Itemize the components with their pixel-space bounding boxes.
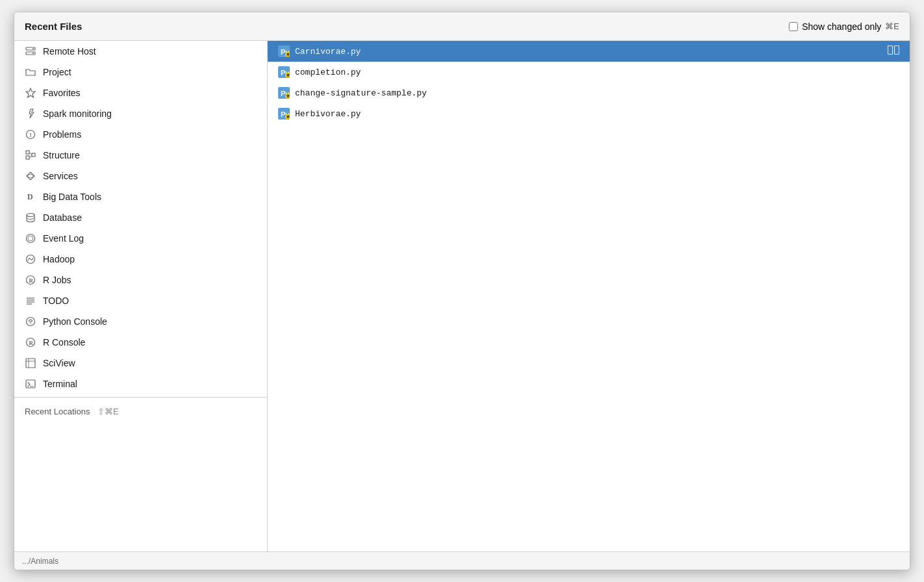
terminal-icon (25, 378, 36, 390)
sidebar-item-services[interactable]: Services (14, 166, 267, 186)
sidebar-item-sciview-label: SciView (43, 358, 75, 368)
svg-text:R: R (29, 277, 34, 284)
recent-files-window: Recent Files Show changed only ⌘E (14, 12, 910, 570)
svg-point-17 (28, 236, 33, 241)
rconsole-icon: R (25, 336, 36, 348)
sidebar-item-remote-host-label: Remote Host (43, 46, 96, 57)
sidebar-item-r-jobs-label: R Jobs (43, 275, 71, 285)
python-console-icon (25, 316, 36, 327)
file-item-completion-name: completion.py (295, 68, 361, 77)
server-icon (25, 45, 36, 57)
python-file-icon-2: Py ★ (278, 66, 290, 78)
sidebar-item-hadoop-label: Hadoop (43, 254, 75, 264)
sidebar-item-problems[interactable]: ! Problems (14, 124, 267, 145)
svg-text:★: ★ (286, 114, 290, 119)
svg-point-16 (27, 234, 35, 243)
sidebar-item-project-label: Project (43, 67, 71, 77)
sidebar-item-python-console[interactable]: Python Console (14, 311, 267, 332)
eventlog-icon (25, 233, 36, 244)
svg-text:★: ★ (286, 94, 290, 98)
svg-text:★: ★ (286, 52, 290, 57)
database-icon (25, 212, 36, 223)
services-icon (25, 170, 36, 182)
svg-rect-9 (32, 153, 35, 157)
sidebar-item-r-jobs[interactable]: R R Jobs (14, 270, 267, 290)
sidebar-item-hadoop[interactable]: Hadoop (14, 249, 267, 270)
sidebar-item-project[interactable]: Project (14, 62, 267, 82)
star-icon (25, 87, 36, 99)
svg-rect-38 (888, 46, 893, 55)
sciview-icon (25, 357, 36, 369)
svg-rect-8 (26, 156, 29, 159)
svg-point-26 (30, 323, 31, 324)
sidebar-item-todo[interactable]: TODO (14, 290, 267, 311)
file-item-change-signature[interactable]: Py ★ change-signature-sample.py (268, 82, 910, 103)
file-item-carnivorae-name: Carnivorae.py (295, 47, 361, 57)
status-bar-path: .../Animals (22, 557, 58, 566)
sidebar-item-big-data-tools-label: Big Data Tools (43, 192, 101, 202)
python-file-icon-4: Py ★ (278, 108, 290, 120)
show-changed-checkbox[interactable] (789, 22, 798, 31)
file-list: Py ★ Carnivorae.py (268, 41, 910, 551)
sidebar-item-services-label: Services (43, 171, 78, 181)
sidebar-item-spark-monitoring-label: Spark monitoring (43, 108, 112, 119)
content-area: Remote Host Project Favorites (14, 41, 910, 551)
svg-point-2 (32, 48, 34, 49)
sidebar-item-structure[interactable]: Structure (14, 145, 267, 166)
sidebar-item-spark-monitoring[interactable]: Spark monitoring (14, 103, 267, 124)
sidebar-item-event-log[interactable]: Event Log (14, 228, 267, 249)
sidebar-item-database[interactable]: Database (14, 207, 267, 228)
split-view-icon[interactable] (888, 45, 899, 57)
svg-text:R: R (29, 340, 34, 346)
svg-text:★: ★ (286, 73, 290, 77)
sidebar-item-todo-label: TODO (43, 296, 69, 306)
hadoop-icon (25, 253, 36, 265)
show-changed-label[interactable]: Show changed only ⌘E (789, 21, 899, 32)
file-item-change-signature-name: change-signature-sample.py (295, 88, 427, 98)
sidebar-recent-locations-label: Recent Locations (25, 407, 90, 416)
svg-rect-7 (26, 151, 29, 154)
spark-icon (25, 108, 36, 120)
bigdata-icon: D (25, 191, 36, 203)
sidebar-item-r-console[interactable]: R R Console (14, 332, 267, 353)
sidebar: Remote Host Project Favorites (14, 41, 268, 551)
title-bar-right: Show changed only ⌘E (789, 21, 899, 32)
sidebar-divider (14, 397, 267, 398)
sidebar-item-problems-label: Problems (43, 129, 81, 140)
sidebar-recent-locations[interactable]: Recent Locations ⇧⌘E (14, 400, 267, 423)
sidebar-item-terminal-label: Terminal (43, 379, 77, 389)
svg-marker-4 (26, 88, 35, 97)
status-bar: .../Animals (14, 551, 910, 570)
sidebar-item-structure-label: Structure (43, 150, 80, 160)
svg-point-15 (27, 214, 34, 217)
svg-rect-39 (895, 46, 899, 55)
sidebar-item-favorites[interactable]: Favorites (14, 82, 267, 103)
file-item-completion[interactable]: Py ★ completion.py (268, 62, 910, 82)
folder-icon (25, 66, 36, 78)
sidebar-recent-locations-shortcut: ⇧⌘E (97, 407, 119, 416)
sidebar-item-database-label: Database (43, 212, 82, 223)
svg-text:!: ! (30, 132, 32, 138)
sidebar-item-terminal[interactable]: Terminal (14, 373, 267, 394)
sidebar-item-event-log-label: Event Log (43, 233, 84, 244)
svg-marker-12 (27, 172, 34, 180)
python-file-icon: Py ★ (278, 45, 290, 57)
problems-icon: ! (25, 129, 36, 140)
sidebar-item-python-console-label: Python Console (43, 316, 107, 327)
rjobs-icon: R (25, 274, 36, 286)
file-item-carnivorae[interactable]: Py ★ Carnivorae.py (268, 41, 910, 62)
sidebar-item-sciview[interactable]: SciView (14, 353, 267, 373)
sidebar-item-favorites-label: Favorites (43, 88, 81, 98)
show-changed-text: Show changed only (802, 21, 881, 32)
svg-text:D: D (27, 192, 33, 201)
window-title: Recent Files (25, 21, 82, 32)
show-changed-shortcut: ⌘E (885, 21, 899, 31)
sidebar-item-remote-host[interactable]: Remote Host (14, 41, 267, 62)
file-item-herbivorae[interactable]: Py ★ Herbivorae.py (268, 103, 910, 124)
svg-point-3 (32, 53, 34, 54)
sidebar-item-r-console-label: R Console (43, 337, 85, 348)
svg-rect-29 (26, 359, 35, 368)
structure-icon (25, 149, 36, 161)
sidebar-item-big-data-tools[interactable]: D Big Data Tools (14, 186, 267, 207)
todo-icon (25, 295, 36, 307)
